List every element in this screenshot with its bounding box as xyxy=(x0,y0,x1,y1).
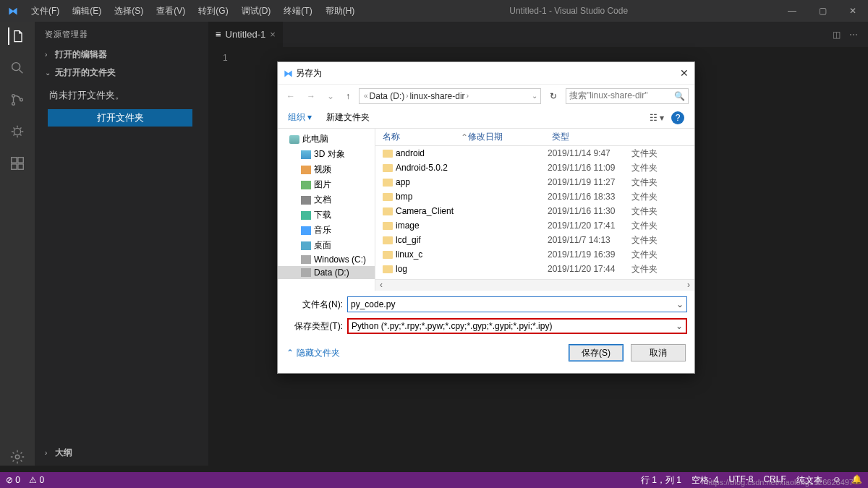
debug-icon[interactable] xyxy=(9,123,26,140)
modified-dot-icon: ≡ xyxy=(216,29,221,40)
explorer-icon[interactable] xyxy=(8,27,25,45)
drive-icon xyxy=(301,255,311,264)
nav-forward-icon: → xyxy=(304,91,318,101)
menu-file[interactable]: 文件(F) xyxy=(25,2,65,20)
svg-rect-6 xyxy=(18,158,23,163)
file-row[interactable]: image2019/11/20 17:41文件夹 xyxy=(375,218,694,233)
tree-documents[interactable]: 文档 xyxy=(278,192,375,207)
chevron-down-icon[interactable]: ⌄ xyxy=(324,91,337,101)
organize-button[interactable]: 组织 ▾ xyxy=(288,111,312,124)
svg-point-4 xyxy=(14,128,20,134)
chevron-right-icon: › xyxy=(45,449,52,457)
warnings-count[interactable]: ⚠ 0 xyxy=(29,475,44,485)
tab-close-icon[interactable]: × xyxy=(270,29,276,40)
column-headers[interactable]: 名称 ⌃ 修改日期 类型 xyxy=(375,129,694,146)
maximize-icon[interactable]: ▢ xyxy=(807,6,838,16)
col-type[interactable]: 类型 xyxy=(552,131,694,143)
nav-back-icon[interactable]: ← xyxy=(284,91,298,101)
menu-select[interactable]: 选择(S) xyxy=(109,2,149,20)
menu-edit[interactable]: 编辑(E) xyxy=(67,2,107,20)
horizontal-scrollbar[interactable]: ‹› xyxy=(375,279,694,291)
music-icon xyxy=(301,226,311,235)
filename-input[interactable]: py_code.py⌄ xyxy=(347,296,687,312)
title-bar: ⧓ 文件(F) 编辑(E) 选择(S) 查看(V) 转到(G) 调试(D) 终端… xyxy=(0,0,868,22)
tree-drive-c[interactable]: Windows (C:) xyxy=(278,253,375,266)
file-row[interactable]: app2019/11/19 11:27文件夹 xyxy=(375,175,694,189)
tab-bar: ≡ Untitled-1 × ◫ ⋯ xyxy=(208,22,868,47)
folder-icon xyxy=(383,193,393,201)
tree-pictures[interactable]: 图片 xyxy=(278,177,375,192)
file-row[interactable]: log2019/11/20 17:44文件夹 xyxy=(375,262,694,276)
col-date[interactable]: 修改日期 xyxy=(468,131,552,143)
nav-up-icon[interactable]: ↑ xyxy=(343,91,353,101)
hide-folders-toggle[interactable]: ⌃隐藏文件夹 xyxy=(286,347,340,359)
cursor-position[interactable]: 行 1，列 1 xyxy=(641,474,681,487)
section-outline[interactable]: ›大纲 xyxy=(35,444,208,462)
dialog-close-icon[interactable]: ✕ xyxy=(680,67,689,79)
file-row[interactable]: lcd_gif2019/11/7 14:13文件夹 xyxy=(375,233,694,247)
settings-icon[interactable] xyxy=(9,448,26,466)
line-number: 1 xyxy=(208,47,868,63)
tree-this-pc[interactable]: 此电脑 xyxy=(278,132,375,147)
file-row[interactable]: linux_c2019/11/19 16:39文件夹 xyxy=(375,247,694,262)
menu-help[interactable]: 帮助(H) xyxy=(320,2,361,20)
folder-icon xyxy=(383,222,393,230)
chevron-down-icon[interactable]: ⌄ xyxy=(676,321,683,331)
open-folder-button[interactable]: 打开文件夹 xyxy=(48,109,192,127)
tree-desktop[interactable]: 桌面 xyxy=(278,238,375,253)
search-icon[interactable] xyxy=(9,59,26,77)
refresh-icon[interactable]: ↻ xyxy=(547,91,560,101)
tree-music[interactable]: 音乐 xyxy=(278,223,375,238)
extensions-icon[interactable] xyxy=(9,155,26,172)
file-row[interactable]: Camera_Client2019/11/16 11:30文件夹 xyxy=(375,204,694,218)
folder-tree: 此电脑 3D 对象 视频 图片 文档 下载 音乐 桌面 Windows (C:)… xyxy=(278,129,375,291)
split-editor-icon[interactable]: ◫ xyxy=(833,30,841,40)
tree-video[interactable]: 视频 xyxy=(278,162,375,177)
folder-icon xyxy=(383,164,393,172)
new-folder-button[interactable]: 新建文件夹 xyxy=(326,111,370,124)
cancel-button[interactable]: 取消 xyxy=(631,344,686,361)
section-open-editors[interactable]: ›打开的编辑器 xyxy=(35,46,208,64)
errors-count[interactable]: ⊘ 0 xyxy=(6,475,20,485)
folder-icon xyxy=(383,251,393,259)
file-row[interactable]: bmp2019/11/16 18:33文件夹 xyxy=(375,189,694,204)
save-button[interactable]: 保存(S) xyxy=(569,344,624,361)
close-icon[interactable]: ✕ xyxy=(838,6,868,16)
menu-debug[interactable]: 调试(D) xyxy=(236,2,277,20)
chevron-down-icon: ⌄ xyxy=(45,69,52,77)
menu-terminal[interactable]: 终端(T) xyxy=(278,2,318,20)
chevron-down-icon[interactable]: ⌄ xyxy=(532,92,537,100)
more-icon[interactable]: ⋯ xyxy=(849,30,858,40)
chevron-up-icon: ⌃ xyxy=(286,348,294,358)
view-options-icon[interactable]: ☷ ▾ xyxy=(650,113,664,123)
chevron-down-icon[interactable]: ⌄ xyxy=(676,299,684,309)
drive-icon xyxy=(301,268,311,277)
help-icon[interactable]: ? xyxy=(671,111,684,124)
tree-drive-d[interactable]: Data (D:) xyxy=(278,266,375,279)
picture-icon xyxy=(301,181,311,189)
svg-point-0 xyxy=(12,63,20,71)
tree-downloads[interactable]: 下载 xyxy=(278,207,375,223)
svg-rect-7 xyxy=(12,164,17,169)
breadcrumb[interactable]: « Data (D:)› linux-share-dir› ⌄ xyxy=(359,88,541,104)
menu-view[interactable]: 查看(V) xyxy=(150,2,191,20)
filetype-select[interactable]: Python (*.py;*.rpy;*.pyw;*.cpy;*.gyp;*.g… xyxy=(347,318,687,334)
folder-icon xyxy=(383,207,393,215)
section-no-folder[interactable]: ⌄无打开的文件夹 xyxy=(35,64,208,82)
document-icon xyxy=(301,196,311,205)
file-row[interactable]: Android-5.0.22019/11/16 11:09文件夹 xyxy=(375,160,694,175)
search-input[interactable]: 搜索"linux-share-dir" 🔍 xyxy=(566,88,689,104)
svg-rect-5 xyxy=(12,158,17,163)
tab-label: Untitled-1 xyxy=(226,29,266,40)
menu-goto[interactable]: 转到(G) xyxy=(192,2,234,20)
menu-bar: 文件(F) 编辑(E) 选择(S) 查看(V) 转到(G) 调试(D) 终端(T… xyxy=(25,2,360,20)
desktop-icon xyxy=(301,241,311,250)
tab-untitled[interactable]: ≡ Untitled-1 × xyxy=(208,22,283,47)
minimize-icon[interactable]: — xyxy=(777,6,807,16)
tree-3d[interactable]: 3D 对象 xyxy=(278,147,375,162)
source-control-icon[interactable] xyxy=(9,91,26,108)
chevron-right-icon: › xyxy=(45,51,52,59)
vscode-logo-icon: ⧓ xyxy=(0,5,25,17)
video-icon xyxy=(301,166,311,174)
file-row[interactable]: android2019/11/14 9:47文件夹 xyxy=(375,146,694,160)
